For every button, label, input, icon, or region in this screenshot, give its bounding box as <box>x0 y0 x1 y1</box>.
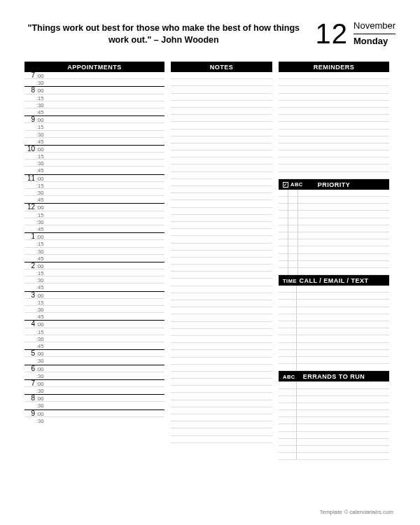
ruled-line[interactable] <box>279 172 389 179</box>
time-slot[interactable]: :45 <box>24 196 164 203</box>
slot-line[interactable] <box>48 262 164 269</box>
errands-area[interactable] <box>279 382 389 460</box>
slot-line[interactable] <box>48 175 164 181</box>
priority-check-cell[interactable] <box>279 211 288 217</box>
slot-line[interactable] <box>48 350 164 356</box>
ruled-line[interactable] <box>171 400 272 407</box>
priority-text-cell[interactable] <box>298 225 389 232</box>
call-row[interactable] <box>279 293 389 300</box>
slot-line[interactable] <box>48 225 164 232</box>
ruled-line[interactable] <box>171 336 272 343</box>
ruled-line[interactable] <box>171 265 272 272</box>
time-slot[interactable]: :15 <box>24 153 164 160</box>
priority-abc-cell[interactable] <box>288 246 298 253</box>
priority-check-cell[interactable] <box>279 246 288 253</box>
ruled-line[interactable] <box>171 186 272 193</box>
errand-row[interactable] <box>279 432 389 439</box>
errand-text-cell[interactable] <box>297 403 389 410</box>
priority-abc-cell[interactable] <box>288 239 298 246</box>
call-row[interactable] <box>279 343 389 350</box>
priority-abc-cell[interactable] <box>288 268 298 274</box>
time-slot[interactable]: :45 <box>24 284 164 290</box>
ruled-line[interactable] <box>171 293 272 300</box>
time-slot[interactable]: 12:00 <box>24 204 164 211</box>
priority-check-cell[interactable] <box>279 218 288 225</box>
errand-row[interactable] <box>279 403 389 410</box>
slot-line[interactable] <box>48 146 164 152</box>
call-time-cell[interactable] <box>279 364 297 370</box>
errand-text-cell[interactable] <box>297 396 389 402</box>
priority-abc-cell[interactable] <box>288 225 298 232</box>
call-text-cell[interactable] <box>297 364 389 370</box>
call-text-cell[interactable] <box>297 307 389 314</box>
slot-line[interactable] <box>48 270 164 276</box>
call-area[interactable] <box>279 286 389 371</box>
time-slot[interactable]: :30 <box>24 160 164 167</box>
ruled-line[interactable] <box>171 122 272 129</box>
errand-row[interactable] <box>279 439 389 446</box>
call-text-cell[interactable] <box>297 350 389 356</box>
ruled-line[interactable] <box>171 436 272 443</box>
ruled-line[interactable] <box>171 379 272 386</box>
time-slot[interactable]: 2:00 <box>24 262 164 270</box>
call-time-cell[interactable] <box>279 321 297 328</box>
ruled-line[interactable] <box>171 286 272 293</box>
ruled-line[interactable] <box>279 94 389 101</box>
time-slot[interactable]: 6:00 <box>24 365 164 372</box>
ruled-line[interactable] <box>171 386 272 393</box>
call-text-cell[interactable] <box>297 293 389 299</box>
time-slot[interactable]: 10:00 <box>24 146 164 153</box>
priority-row[interactable] <box>279 197 389 204</box>
appointments-grid[interactable]: 7:00:308:00:15:30:459:00:15:30:4510:00:1… <box>24 72 164 424</box>
priority-text-cell[interactable] <box>298 190 389 196</box>
time-slot[interactable]: :30 <box>24 372 164 379</box>
ruled-line[interactable] <box>171 158 272 164</box>
ruled-line[interactable] <box>171 372 272 379</box>
time-slot[interactable]: :30 <box>24 276 164 284</box>
errand-text-cell[interactable] <box>297 410 389 416</box>
ruled-line[interactable] <box>171 244 272 251</box>
errand-text-cell[interactable] <box>297 432 389 438</box>
ruled-line[interactable] <box>171 421 272 428</box>
errand-row[interactable] <box>279 417 389 424</box>
ruled-line[interactable] <box>171 350 272 357</box>
reminders-area[interactable] <box>279 72 389 179</box>
errand-row[interactable] <box>279 396 389 403</box>
time-slot[interactable]: :15 <box>24 270 164 276</box>
time-slot[interactable]: 4:00 <box>24 321 164 328</box>
slot-line[interactable] <box>48 328 164 335</box>
ruled-line[interactable] <box>279 130 389 136</box>
ruled-line[interactable] <box>171 193 272 200</box>
slot-line[interactable] <box>48 72 164 78</box>
call-row[interactable] <box>279 307 389 314</box>
time-slot[interactable]: 9:00 <box>24 116 164 123</box>
ruled-line[interactable] <box>171 179 272 186</box>
errand-row[interactable] <box>279 453 389 460</box>
errand-row[interactable] <box>279 424 389 431</box>
slot-line[interactable] <box>48 182 164 188</box>
errand-text-cell[interactable] <box>297 453 389 459</box>
errand-text-cell[interactable] <box>297 382 389 388</box>
priority-row[interactable] <box>279 261 389 268</box>
call-time-cell[interactable] <box>279 343 297 349</box>
call-time-cell[interactable] <box>279 300 297 306</box>
ruled-line[interactable] <box>279 144 389 150</box>
call-row[interactable] <box>279 328 389 335</box>
ruled-line[interactable] <box>171 407 272 414</box>
slot-line[interactable] <box>48 204 164 210</box>
slot-line[interactable] <box>48 306 164 312</box>
call-time-cell[interactable] <box>279 293 297 299</box>
slot-line[interactable] <box>48 372 164 379</box>
call-text-cell[interactable] <box>297 314 389 321</box>
priority-row[interactable] <box>279 246 389 253</box>
time-slot[interactable]: :15 <box>24 182 164 189</box>
ruled-line[interactable] <box>171 79 272 86</box>
time-slot[interactable]: 7:00 <box>24 72 164 79</box>
priority-text-cell[interactable] <box>298 268 389 274</box>
slot-line[interactable] <box>48 342 164 349</box>
slot-line[interactable] <box>48 402 164 409</box>
ruled-line[interactable] <box>279 158 389 164</box>
errand-abc-cell[interactable] <box>279 382 297 388</box>
call-row[interactable] <box>279 335 389 342</box>
priority-text-cell[interactable] <box>298 232 389 239</box>
